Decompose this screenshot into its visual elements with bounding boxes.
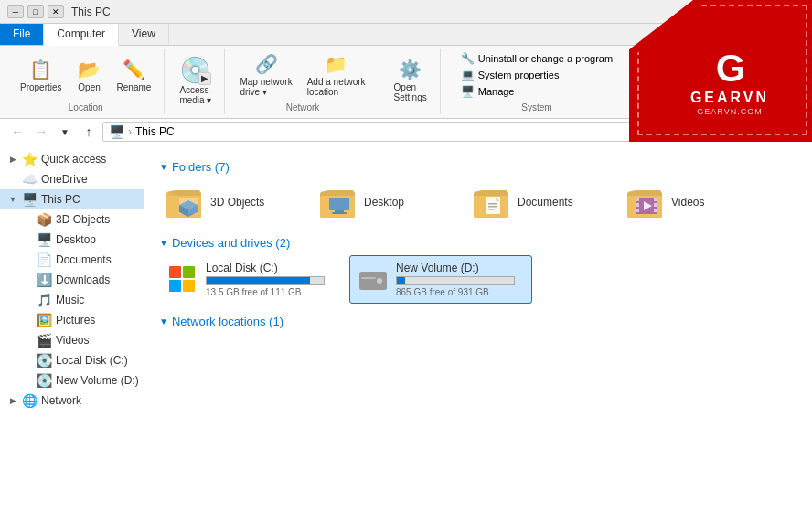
sys-props-icon: 💻 [461, 69, 475, 81]
settings-icon: ⚙️ [399, 59, 422, 80]
folder-item-videos[interactable]: Videos [620, 179, 766, 225]
sidebar-item-documents[interactable]: 📄 Documents [0, 250, 144, 270]
maximize-button[interactable]: □ [27, 5, 44, 18]
properties-button[interactable]: 📋 Properties [15, 57, 68, 94]
sidebar-item-pictures[interactable]: 🖼️ Pictures [0, 310, 144, 330]
add-location-button[interactable]: 📁 Add a networklocation [302, 51, 371, 99]
sidebar-item-videos[interactable]: 🎬 Videos [0, 330, 144, 350]
devices-section-header[interactable]: ▼ Devices and drives (2) [159, 236, 797, 250]
sidebar-item-this-pc[interactable]: ▼ 🖥️ This PC [0, 189, 144, 209]
documents-folder-icon [474, 185, 510, 220]
sidebar-item-3d-objects[interactable]: 📦 3D Objects [0, 209, 144, 230]
svg-rect-9 [329, 198, 349, 210]
sidebar-item-onedrive[interactable]: ☁️ OneDrive [0, 169, 144, 189]
map-drive-button[interactable]: 🔗 Map networkdrive ▾ [234, 51, 297, 99]
sidebar-item-music[interactable]: 🎵 Music [0, 290, 144, 310]
manage-button[interactable]: 🖥️ Manage [457, 84, 616, 99]
desktop-icon: 🖥️ [37, 232, 52, 247]
forward-button[interactable]: → [31, 122, 51, 142]
address-separator: › [128, 125, 132, 138]
folders-section-header[interactable]: ▼ Folders (7) [159, 160, 797, 174]
access-media-button[interactable]: 💿 ▶ Accessmedia ▾ [174, 53, 217, 107]
properties-icon: 📋 [29, 59, 52, 80]
local-c-icon: 💽 [37, 353, 52, 368]
svg-rect-23 [636, 209, 639, 212]
uninstall-button[interactable]: 🔧 Uninstall or change a program [457, 51, 616, 66]
svg-rect-24 [654, 198, 657, 201]
uninstall-icon: 🔧 [461, 52, 475, 65]
sidebar-item-network[interactable]: ▶ 🌐 Network [0, 391, 144, 411]
watermark-area: G GEARVN GEARVN.COM [629, 0, 812, 142]
pictures-label: Pictures [56, 314, 95, 327]
minimize-button[interactable]: ─ [7, 5, 24, 18]
local-c-label: Local Disk (C:) [56, 354, 128, 367]
ribbon-group-network: 🔗 Map networkdrive ▾ 📁 Add a networkloca… [227, 49, 379, 114]
documents-label: Documents [56, 253, 112, 266]
svg-rect-25 [654, 203, 657, 207]
close-button[interactable]: ✕ [48, 5, 64, 18]
3d-objects-label: 3D Objects [56, 213, 110, 226]
manage-icon: 🖥️ [461, 85, 475, 98]
content-area: ▼ Folders (7) [144, 145, 812, 525]
3d-objects-folder-name: 3D Objects [210, 196, 264, 209]
sidebar-item-local-disk-c[interactable]: 💽 Local Disk (C:) [0, 350, 144, 370]
open-button[interactable]: 📂 Open [71, 57, 108, 94]
ribbon-group-system: 🔧 Uninstall or change a program 💻 System… [443, 49, 632, 114]
sys-props-button[interactable]: 💻 System properties [457, 68, 616, 82]
watermark-bg: G GEARVN GEARVN.COM [629, 0, 812, 142]
manage-label: Manage [478, 86, 515, 97]
sidebar: ▶ ⭐ Quick access ☁️ OneDrive ▼ 🖥️ This P… [0, 145, 144, 525]
tab-file[interactable]: File [0, 24, 44, 45]
access-media-badge: ▶ [198, 72, 211, 85]
recent-button[interactable]: ▼ [55, 122, 75, 142]
videos-folder-name: Videos [671, 196, 704, 209]
back-button[interactable]: ← [7, 122, 27, 142]
up-button[interactable]: ↑ [79, 122, 99, 142]
folder-item-3d-objects[interactable]: 3D Objects [159, 179, 305, 225]
devices-chevron: ▼ [159, 238, 168, 248]
svg-rect-11 [332, 212, 347, 214]
drive-item-new-d[interactable]: New Volume (D:) 865 GB free of 931 GB [349, 255, 532, 304]
tab-view[interactable]: View [119, 24, 169, 45]
rename-icon: ✏️ [123, 59, 145, 80]
drives-grid: Local Disk (C:) 13.5 GB free of 111 GB [159, 255, 797, 304]
this-pc-icon: 🖥️ [22, 192, 37, 207]
system-group-label: System [521, 102, 551, 114]
sidebar-item-quick-access[interactable]: ▶ ⭐ Quick access [0, 149, 144, 169]
network-icon: 🌐 [22, 393, 37, 408]
window-title: This PC [71, 5, 111, 18]
sidebar-item-desktop[interactable]: 🖥️ Desktop [0, 230, 144, 250]
new-d-icon: 💽 [37, 373, 52, 388]
folder-item-documents[interactable]: Documents [466, 179, 613, 225]
folder-item-desktop[interactable]: Desktop [313, 179, 459, 225]
tab-computer[interactable]: Computer [44, 24, 119, 46]
new-d-bar-container [396, 276, 515, 285]
rename-button[interactable]: ✏️ Rename [112, 57, 157, 94]
uninstall-label: Uninstall or change a program [478, 53, 613, 64]
local-c-bar-container [206, 276, 325, 285]
desktop-folder-name: Desktop [364, 196, 404, 209]
drive-item-local-c[interactable]: Local Disk (C:) 13.5 GB free of 111 GB [159, 255, 342, 304]
open-settings-button[interactable]: ⚙️ OpenSettings [389, 57, 433, 104]
network-section-header[interactable]: ▼ Network locations (1) [159, 315, 797, 328]
sidebar-item-new-volume-d[interactable]: 💽 New Volume (D:) [0, 370, 144, 391]
3d-objects-icon: 📦 [37, 212, 52, 227]
sys-props-label: System properties [478, 70, 560, 80]
svg-rect-28 [169, 266, 181, 278]
ribbon-group-settings: ⚙️ OpenSettings [381, 49, 441, 114]
map-drive-label: Map networkdrive ▾ [240, 77, 292, 97]
local-c-free-label: 13.5 GB free of 111 GB [206, 287, 325, 297]
local-c-bar [207, 277, 310, 284]
svg-rect-30 [169, 280, 181, 292]
network-expander: ▶ [7, 396, 18, 405]
folders-section-title: Folders (7) [172, 160, 230, 174]
videos-label: Videos [56, 334, 89, 347]
open-label: Open [78, 82, 100, 92]
pictures-icon: 🖼️ [37, 313, 52, 327]
downloads-label: Downloads [56, 273, 110, 286]
onedrive-label: OneDrive [41, 173, 88, 186]
access-media-label: Accessmedia ▾ [179, 85, 211, 105]
watermark-border [637, 5, 807, 135]
quick-access-icon: ⭐ [22, 152, 37, 166]
sidebar-item-downloads[interactable]: ⬇️ Downloads [0, 270, 144, 290]
